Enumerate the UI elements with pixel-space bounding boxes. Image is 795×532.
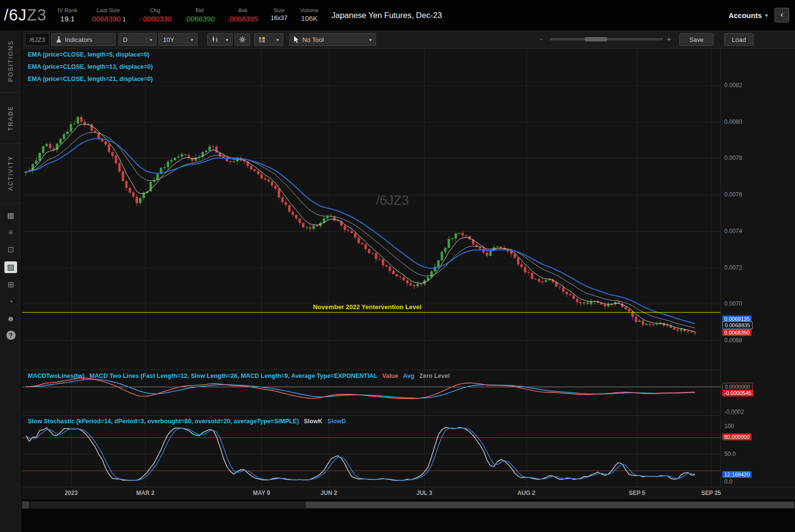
plot-label: Zero Level <box>419 373 450 379</box>
patterns-dropdown[interactable]: ▾ <box>254 33 283 46</box>
ema-label: EMA (price=CLOSE, length=21, displace=0) <box>28 76 153 82</box>
load-button[interactable]: Load <box>724 33 754 46</box>
chevron-down-icon: ▾ <box>765 13 768 18</box>
macd-pane[interactable]: MACDTwoLines(tw)MACD Two Lines (Fast Len… <box>22 370 720 415</box>
horizontal-scrollbar[interactable] <box>22 501 795 509</box>
scrollbar-thumb[interactable] <box>306 502 794 508</box>
stochastic-legend: Slow Stochastic (kPeriod=14, dPeriod=3, … <box>28 418 346 425</box>
patterns-icon <box>258 37 266 43</box>
charts-icon[interactable]: ▨ <box>4 261 17 273</box>
price-axis[interactable]: 0.00820.00800.00780.00760.00740.00720.00… <box>720 49 795 487</box>
zoom-slider-thumb[interactable] <box>585 37 607 41</box>
macd-badge: -0.0000545 <box>722 390 754 396</box>
calculator-icon[interactable]: ▦ <box>4 210 17 221</box>
chart-toolbar: /6JZ3 Indicators D ▾ 10Y ▾ ▾ ▾ No Tool <box>22 30 795 49</box>
price-chart-pane[interactable]: EMA (price=CLOSE, length=5, displace=0)E… <box>22 49 720 370</box>
study-params: MACD Two Lines (Fast Length=12, Slow Len… <box>89 373 377 379</box>
quote-stats: IV Rank19.1Last Size.0068390 1Chg-.00003… <box>58 7 318 23</box>
price-tick: 0.0068 <box>724 337 742 344</box>
ema-legend: EMA (price=CLOSE, length=5, displace=0)E… <box>28 51 153 88</box>
zoom-slider[interactable] <box>550 38 663 40</box>
zoom-out-button[interactable]: - <box>540 35 542 43</box>
grid-icon[interactable]: ⊞ <box>4 279 17 290</box>
stoch-tick: 50.0 <box>724 451 735 457</box>
price-tick: 0.0070 <box>724 300 742 307</box>
candlestick-canvas[interactable] <box>22 49 720 370</box>
symbol-input[interactable]: /6JZ3 <box>25 33 49 46</box>
indicators-button[interactable]: Indicators <box>51 33 116 46</box>
save-button[interactable]: Save <box>679 33 714 46</box>
chevron-down-icon: ▾ <box>277 37 279 42</box>
time-tick: JUL 3 <box>417 490 432 496</box>
stoch-badge: 12.169420 <box>722 471 752 478</box>
divider <box>146 36 147 43</box>
sidebar-item-trade[interactable]: TRADE <box>0 93 21 144</box>
intervention-label: November 2022 Yentervention Level <box>313 303 421 311</box>
sidebar-item-positions[interactable]: POSITIONS <box>0 30 21 93</box>
scrollbar-corner-box[interactable] <box>22 501 29 509</box>
study-name: MACDTwoLines(tw) <box>28 373 84 379</box>
price-tick: 0.0080 <box>724 118 742 125</box>
users-icon[interactable]: ☻ <box>4 314 17 324</box>
monitor-icon[interactable]: ⊡ <box>4 244 17 255</box>
time-tick: MAR 2 <box>136 490 154 496</box>
time-tick: JUN 2 <box>320 490 337 496</box>
left-sidebar: POSITIONSTRADEACTIVITY ▦≡⊡▨⊞◔☻? <box>0 30 22 532</box>
sidebar-tabs: POSITIONSTRADEACTIVITY <box>0 30 21 203</box>
sidebar-item-label: ACTIVITY <box>7 156 14 191</box>
aggregation-dropdown[interactable]: D ▾ <box>119 33 157 46</box>
chart-style-dropdown[interactable]: ▾ <box>207 33 233 46</box>
chart-settings-button[interactable] <box>235 33 250 46</box>
clock-icon[interactable]: ◔ <box>4 296 17 307</box>
collapse-panel-button[interactable]: ‹ <box>775 8 789 22</box>
beaker-icon <box>56 36 62 43</box>
aggregation-value: D <box>123 36 127 43</box>
ema-label: EMA (price=CLOSE, length=5, displace=0) <box>28 51 153 58</box>
stochastic-canvas[interactable] <box>22 415 720 487</box>
stat-iv-rank: IV Rank19.1 <box>58 7 78 23</box>
sidebar-icons: ▦≡⊡▨⊞◔☻? <box>0 203 21 340</box>
range-value: 10Y <box>163 36 174 43</box>
macd-legend: MACDTwoLines(tw)MACD Two Lines (Fast Len… <box>28 373 450 379</box>
watchlist-icon[interactable]: ≡ <box>4 227 17 238</box>
candlestick-style-icon <box>212 36 219 43</box>
tool-value: No Tool <box>302 36 324 43</box>
chevron-down-icon: ▾ <box>369 37 372 42</box>
zoom-in-button[interactable]: + <box>667 35 671 43</box>
indicators-label: Indicators <box>65 36 92 43</box>
price-tick: 0.0072 <box>724 264 742 271</box>
chevron-down-icon: ▾ <box>226 37 228 42</box>
gear-icon <box>239 36 246 43</box>
price-tick: 0.0074 <box>724 228 742 235</box>
stoch-tick: 100 <box>724 423 734 430</box>
stochastic-pane[interactable]: Slow Stochastic (kPeriod=14, dPeriod=3, … <box>22 415 720 487</box>
time-tick: AUG 2 <box>517 490 536 496</box>
drawing-tool-dropdown[interactable]: No Tool ▾ <box>289 33 376 46</box>
trading-platform-window: /6JZ3 IV Rank19.1Last Size.0068390 1Chg-… <box>0 0 795 532</box>
chevron-down-icon: ▾ <box>191 37 193 42</box>
plot-label: SlowD <box>327 418 346 425</box>
stat-chg: Chg-.0000330 <box>139 7 172 23</box>
stat-bid: Bid.0068390 <box>184 7 215 23</box>
sidebar-item-activity[interactable]: ACTIVITY <box>0 144 21 203</box>
price-badge: 0.0068390 <box>722 329 752 336</box>
time-axis: 2023MAR 2MAY 9JUN 2JUL 3AUG 2SEP 5SEP 25 <box>22 487 795 499</box>
symbol-title: /6JZ3 <box>4 6 56 24</box>
time-tick: SEP 25 <box>701 490 721 496</box>
cursor-icon <box>294 36 299 43</box>
time-tick: 2023 <box>65 490 78 496</box>
price-tick: 0.0076 <box>724 191 742 198</box>
plot-label: Value <box>382 373 398 379</box>
time-tick: SEP 5 <box>629 490 645 496</box>
stat-volume: Volume106K <box>300 7 318 22</box>
range-dropdown[interactable]: 10Y ▾ <box>159 33 198 46</box>
plot-label: SlowK <box>304 418 322 425</box>
help-icon[interactable]: ? <box>6 331 16 340</box>
accounts-dropdown[interactable]: Accounts ▾ <box>729 11 768 20</box>
stoch-badge: 80.000000 <box>722 433 752 440</box>
price-badge: 0.0068835 <box>722 321 753 329</box>
ema-label: EMA (price=CLOSE, length=13, displace=0) <box>28 63 153 70</box>
price-tick: 0.0082 <box>724 82 742 89</box>
time-tick: MAY 9 <box>253 490 270 496</box>
plot-label: Avg <box>403 373 414 379</box>
